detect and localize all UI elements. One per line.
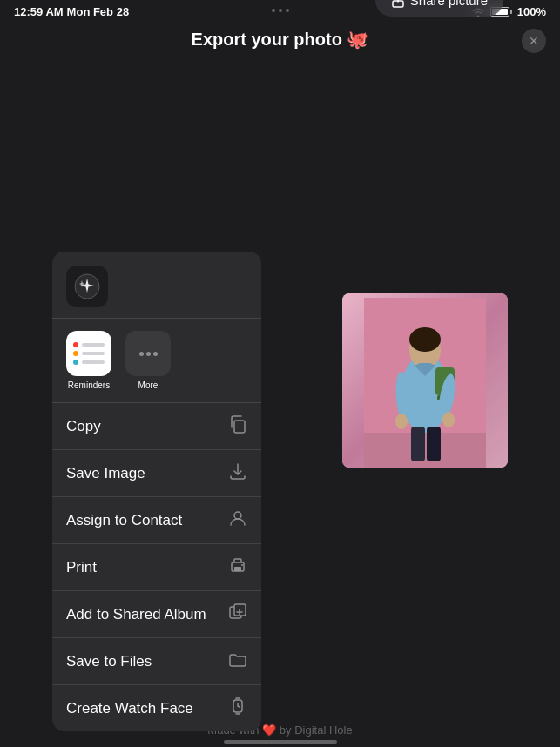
photo-preview: [342, 293, 508, 468]
photo-background: [342, 293, 508, 468]
reminder-dot-1: [73, 342, 78, 347]
reminders-inner: [66, 335, 111, 372]
print-label: Print: [66, 559, 97, 576]
svg-rect-18: [234, 567, 241, 571]
app-icon-main: [66, 266, 108, 307]
dot2: [279, 9, 282, 12]
app-icon-more[interactable]: More: [125, 331, 171, 390]
more-dot-3: [153, 352, 158, 356]
create-watch-face-label: Create Watch Face: [66, 700, 193, 717]
app-icons-row: Reminders More: [52, 319, 261, 403]
date: Mon Feb 28: [67, 5, 130, 18]
reminder-line-3: [73, 360, 105, 365]
more-label: More: [138, 380, 159, 390]
reminders-label: Reminders: [68, 380, 110, 390]
print-icon: [228, 555, 247, 579]
reminder-dot-3: [73, 360, 78, 365]
svg-point-16: [234, 512, 241, 519]
add-shared-album-icon: [228, 602, 247, 626]
reminder-bar-3: [82, 360, 105, 364]
reminder-dot-2: [73, 351, 78, 356]
svg-rect-15: [234, 421, 245, 433]
reminders-icon-box: [66, 331, 111, 376]
save-files-label: Save to Files: [66, 653, 152, 670]
sheet-header: [52, 252, 261, 319]
assign-contact-icon: [228, 508, 247, 532]
reminder-line-1: [73, 342, 105, 347]
save-files-icon: [228, 649, 247, 673]
assign-contact-label: Assign to Contact: [66, 512, 182, 529]
person-silhouette: [364, 298, 486, 468]
footer-by: by Digital Hole: [280, 723, 353, 737]
ai-scissors-icon: [74, 273, 100, 299]
share-icon: [391, 0, 405, 8]
reminder-bar-2: [82, 352, 105, 355]
more-icon-box: [125, 331, 171, 376]
menu-item-copy[interactable]: Copy: [52, 403, 261, 450]
svg-rect-12: [411, 427, 425, 461]
share-button-label: Share picture: [410, 0, 488, 8]
reminder-line-2: [73, 351, 105, 356]
save-image-label: Save Image: [66, 465, 145, 482]
svg-point-4: [409, 327, 441, 352]
reminder-bar-1: [82, 343, 105, 347]
copy-icon: [228, 414, 247, 438]
dot3: [286, 9, 289, 12]
page-header: Export your photo 🐙 ✕: [0, 22, 560, 60]
menu-item-print[interactable]: Print: [52, 544, 261, 591]
more-dot-2: [146, 352, 151, 356]
share-picture-button[interactable]: Share picture: [375, 0, 503, 17]
copy-label: Copy: [66, 418, 101, 435]
menu-item-assign-contact[interactable]: Assign to Contact: [52, 497, 261, 544]
menu-item-save-image[interactable]: Save Image: [52, 450, 261, 497]
menu-item-add-shared-album[interactable]: Add to Shared Album: [52, 591, 261, 638]
dot1: [272, 9, 275, 12]
action-sheet: Reminders More Copy: [52, 252, 261, 731]
add-shared-album-label: Add to Shared Album: [66, 606, 206, 623]
save-image-icon: [228, 461, 247, 485]
svg-point-10: [395, 414, 408, 429]
svg-point-19: [241, 564, 243, 566]
svg-point-11: [442, 412, 455, 427]
home-indicator: [224, 740, 337, 744]
menu-item-save-files[interactable]: Save to Files: [52, 638, 261, 685]
menu-item-create-watch-face[interactable]: Create Watch Face: [52, 685, 261, 731]
close-button[interactable]: ✕: [522, 29, 546, 53]
create-watch-face-icon: [228, 697, 247, 720]
app-icon-reminders[interactable]: Reminders: [66, 331, 111, 390]
three-dots: [272, 9, 289, 12]
time: 12:59 AM: [14, 5, 64, 18]
more-dot-1: [139, 352, 144, 356]
svg-rect-13: [427, 427, 441, 461]
page-title: Export your photo 🐙: [192, 29, 369, 50]
status-left: 12:59 AM Mon Feb 28: [14, 5, 129, 18]
heart-icon: ❤️: [262, 723, 276, 737]
battery-percent: 100%: [517, 5, 546, 18]
